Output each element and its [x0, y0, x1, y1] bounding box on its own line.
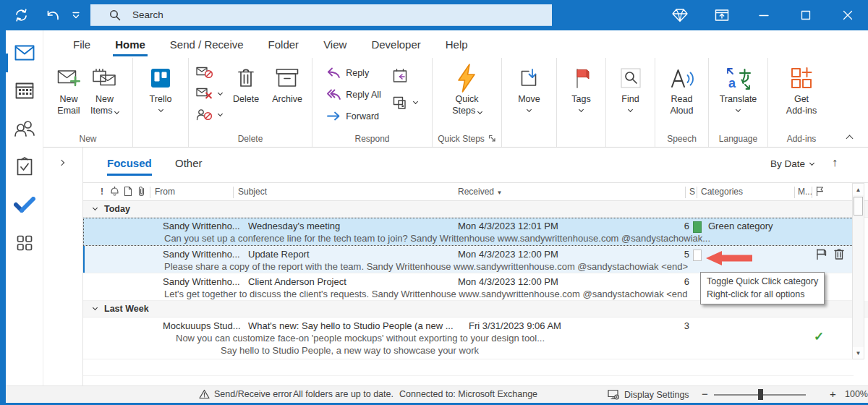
hover-flag-icon[interactable] — [815, 248, 827, 260]
zoom-out-button[interactable]: − — [702, 388, 708, 400]
scroll-up-button[interactable]: ▲ — [853, 184, 864, 195]
col-categories[interactable]: Categories — [701, 187, 743, 197]
email-subject: Wednesday's meeting — [248, 221, 451, 231]
zoom-in-button[interactable]: + — [830, 388, 836, 400]
ribbon-group-new: New Email New Items New — [43, 58, 133, 147]
flag-complete-check-icon[interactable]: ✓ — [814, 329, 824, 344]
find-button[interactable]: Find — [615, 59, 647, 111]
tab-help[interactable]: Help — [433, 30, 480, 58]
nav-people[interactable] — [6, 116, 43, 141]
nav-more-apps[interactable] — [6, 231, 43, 255]
active-nav-indicator — [6, 54, 8, 72]
ribbon-group-delete: Delete Archive Delete — [189, 58, 312, 147]
chevron-down-icon — [158, 107, 163, 112]
new-items-icon — [92, 63, 116, 93]
email-preview: Now you can customize face-on 'people mo… — [176, 333, 805, 344]
scrollbar-thumb[interactable] — [854, 197, 863, 216]
send-receive-sync-button[interactable] — [10, 0, 32, 30]
display-settings-button[interactable]: Display Settings — [608, 389, 689, 400]
col-importance[interactable]: ! — [101, 187, 103, 197]
col-size[interactable]: S — [689, 187, 695, 197]
email-preview: Please share a copy of the report with t… — [164, 261, 793, 272]
new-email-button[interactable]: New Email — [52, 59, 85, 116]
tab-folder[interactable]: Folder — [256, 30, 312, 58]
email-from: Sandy Writtenho... — [163, 276, 245, 287]
group-label-speech: Speech — [658, 132, 706, 147]
customize-quick-access-chevron[interactable] — [65, 0, 87, 30]
tags-button[interactable]: Tags — [566, 59, 595, 111]
chevron-down-icon — [114, 109, 119, 114]
group-label-language: Language — [711, 132, 765, 147]
reply-all-button[interactable]: Reply All — [324, 85, 384, 103]
scroll-down-button[interactable]: ▼ — [853, 347, 864, 359]
junk-button[interactable] — [193, 85, 225, 103]
send-receive-error[interactable]: Send/Receive error — [199, 389, 292, 399]
sort-by-dropdown[interactable]: By Date — [770, 158, 814, 169]
coming-soon-gem-icon[interactable] — [669, 0, 691, 30]
tooltip-line2: Right-click for all options — [707, 288, 818, 301]
get-addins-button[interactable]: Get Add-ins — [781, 59, 822, 116]
move-button[interactable]: Move — [513, 59, 545, 111]
reply-icon — [327, 67, 341, 78]
quick-steps-button[interactable]: Quick Steps — [447, 59, 486, 116]
tooltip-line1: Toggle Quick Click category — [707, 275, 818, 288]
scrollbar[interactable]: ▲ ▼ — [852, 183, 864, 359]
category-color-box[interactable] — [693, 221, 702, 233]
tab-home[interactable]: Home — [103, 30, 158, 58]
tab-send-receive[interactable]: Send / Receive — [158, 30, 256, 58]
group-header-today[interactable]: Today — [83, 201, 868, 218]
new-items-button[interactable]: New Items — [85, 59, 124, 116]
tab-developer[interactable]: Developer — [359, 30, 433, 58]
undo-button[interactable] — [42, 0, 64, 30]
dialog-launcher-icon[interactable] — [488, 135, 496, 142]
forward-button[interactable]: Forward — [324, 107, 384, 125]
item-type-icon[interactable] — [124, 186, 132, 197]
zoom-slider-thumb[interactable] — [758, 389, 763, 400]
email-received: Mon 4/3/2023 12:01 PM — [458, 221, 558, 231]
translate-button[interactable]: a Translate — [715, 59, 762, 111]
minimize-button[interactable] — [753, 0, 775, 30]
flag-icon — [572, 63, 591, 93]
window-left-border — [0, 30, 6, 405]
col-from[interactable]: From — [155, 187, 175, 197]
tab-focused[interactable]: Focused — [107, 157, 152, 169]
tab-other[interactable]: Other — [175, 157, 203, 169]
ignore-button[interactable] — [193, 64, 225, 82]
reminder-bell-icon[interactable] — [110, 186, 119, 196]
col-subject[interactable]: Subject — [238, 187, 267, 197]
nav-mail[interactable] — [6, 40, 43, 65]
col-received[interactable]: Received ▼ — [458, 187, 502, 197]
nav-tasks[interactable] — [6, 154, 43, 179]
category-quick-click-box[interactable] — [693, 250, 702, 261]
expand-folder-pane-chevron[interactable] — [59, 160, 64, 166]
delete-button[interactable]: Delete — [228, 59, 264, 105]
meeting-reply-button[interactable] — [390, 67, 420, 85]
ribbon-display-options-button[interactable] — [711, 0, 733, 30]
attachment-paperclip-icon[interactable] — [137, 186, 145, 197]
tab-view[interactable]: View — [311, 30, 359, 58]
group-label-trello — [135, 132, 186, 147]
search-input[interactable]: Search — [90, 4, 552, 26]
sort-direction-button[interactable]: ↑ — [832, 156, 838, 169]
archive-button[interactable]: Archive — [267, 59, 307, 105]
hover-delete-icon[interactable] — [833, 248, 845, 260]
email-row-mockuuups[interactable]: Mockuuups Stud... What's new: Say hello … — [83, 317, 854, 359]
email-size: 6 — [662, 221, 689, 231]
reply-button[interactable]: Reply — [324, 64, 384, 82]
col-flag-icon[interactable] — [815, 186, 825, 197]
ribbon-group-tags: Tags — [557, 58, 606, 147]
mail-icon — [14, 45, 35, 61]
email-received: Mon 4/3/2023 12:00 PM — [458, 276, 558, 287]
col-mention[interactable]: M... — [798, 187, 812, 197]
close-button[interactable] — [837, 0, 859, 30]
email-size: 5 — [662, 249, 689, 260]
maximize-button[interactable] — [795, 0, 817, 30]
read-aloud-button[interactable]: Read Aloud — [664, 59, 700, 116]
trello-button[interactable]: Trello — [144, 59, 177, 111]
share-to-teams-button[interactable] — [390, 93, 420, 111]
email-row-wednesdays-meeting[interactable]: Sandy Writtenho... Wednesday's meeting M… — [83, 218, 854, 246]
nav-calendar[interactable] — [6, 78, 43, 103]
block-sender-button[interactable] — [193, 106, 225, 124]
tab-file[interactable]: File — [61, 30, 103, 58]
nav-todo[interactable] — [6, 192, 43, 217]
